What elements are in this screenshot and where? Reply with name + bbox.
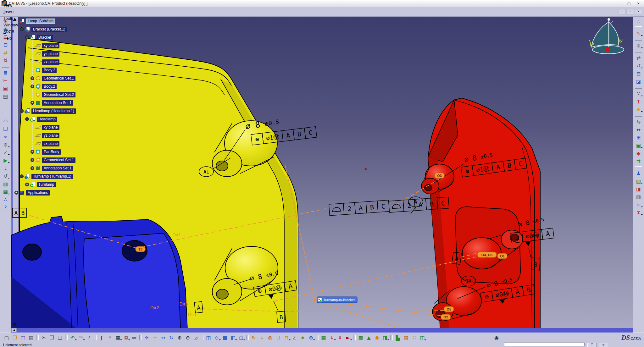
tree-item-zx-plane[interactable]: zx plane [13, 140, 113, 148]
hide-show-icon[interactable]: ◻ [237, 334, 245, 342]
tree-item-turnlamp[interactable]: + Turnlamp [13, 180, 113, 189]
tree-item-label[interactable]: yz plane [42, 133, 59, 138]
tree-item-label[interactable]: Geometrical Set.1 [42, 157, 75, 163]
select-pointer-icon[interactable]: ↖ [635, 30, 643, 37]
dot-matrix-results-icon[interactable]: ∷ [410, 334, 418, 342]
fast-multi-instantiation-icon[interactable]: ▣ [2, 85, 10, 92]
normal-view-icon[interactable]: ⊿ [192, 334, 200, 342]
search-binoculars-icon[interactable]: ∞ [2, 133, 10, 141]
tree-item-label[interactable]: zx plane [42, 141, 59, 146]
coincidence-constraint-icon[interactable]: ◎ [266, 334, 274, 342]
dmu-molecule-icon[interactable]: ∴ [2, 196, 10, 204]
tools-options-icon[interactable]: ⊗ [2, 141, 10, 149]
replace-component-icon[interactable]: ⇄ [2, 49, 10, 57]
tree-expander[interactable]: + [31, 166, 34, 170]
contact-constraint-icon[interactable]: ⊔ [274, 334, 282, 342]
point-cloud-icon[interactable]: ∵ [635, 90, 643, 98]
save-document-icon[interactable]: ◫ [19, 334, 27, 342]
tree-scroll-down-arrow[interactable] [13, 323, 17, 327]
tree-item-label[interactable]: xy plane [42, 125, 59, 130]
tree-item-label[interactable]: Bracket [37, 35, 53, 40]
stack-components-icon[interactable]: ▣ [635, 141, 643, 149]
tree-item-headlamp[interactable]: − Headlamp [13, 115, 113, 123]
sectioning-icon[interactable]: ◨ [381, 334, 389, 342]
tree-item-label[interactable]: Geometrical Set.2 [42, 92, 75, 97]
apply-material-icon[interactable]: ◪ [635, 78, 643, 85]
close-button[interactable]: ✕ [634, 1, 643, 6]
tree-item-annotation-set-1[interactable]: + Annotation Set.1 [13, 164, 113, 172]
menu-view[interactable]: View [1, 2, 21, 8]
webcam-capture-icon[interactable]: ◉ [492, 334, 501, 342]
tree-item-label[interactable]: Headlamp (Headlamp.1) [31, 108, 76, 114]
tree-item-label[interactable]: Geometrical Set.1 [42, 76, 75, 81]
menu-tools[interactable]: Tools [1, 15, 21, 22]
tree-item-bracket-bracket-1[interactable]: − Bracket (Bracket.1) [13, 25, 113, 33]
human-builder-icon[interactable]: ♟ [635, 169, 643, 177]
menu-help[interactable]: Help [1, 35, 21, 41]
tree-item-label[interactable]: Annotation Set.1 [42, 166, 73, 171]
tree-item-label[interactable]: Turnlamp (Turnlamp.1) [31, 174, 73, 179]
design-table-add-icon[interactable]: ▦ [319, 334, 328, 342]
cut-icon[interactable]: ✂ [40, 334, 48, 342]
tree-item-geometrical-set-2[interactable]: Geometrical Set.2 [13, 91, 113, 99]
redo-icon[interactable]: ↷ [77, 334, 85, 342]
component-sets-icon[interactable]: ⊞ [635, 134, 643, 141]
tree-expander[interactable]: + [14, 191, 18, 195]
excel-link-icon[interactable]: ▦ [2, 188, 10, 196]
tree-expander[interactable]: + [31, 158, 34, 162]
open-document-icon[interactable]: ❒ [11, 334, 19, 342]
tree-item-label[interactable]: Headlamp [37, 117, 57, 122]
minimize-button[interactable]: – [615, 1, 624, 6]
constraint-gears-icon[interactable]: ⊛ [307, 334, 315, 342]
tree-expander[interactable]: + [31, 85, 34, 88]
shaded-view-icon[interactable]: ■ [221, 334, 229, 342]
tree-item-lamp-subasm[interactable]: Lamp_SubAsm [13, 17, 113, 25]
update-positions-icon[interactable]: ↺ [635, 62, 643, 70]
tree-item-label[interactable]: Lamp_SubAsm [26, 19, 55, 24]
multi-view-icon[interactable]: ◫ [204, 334, 213, 342]
arrow-annotate-icon[interactable]: ► [344, 334, 352, 342]
status-macro-button[interactable]: ◎ [599, 343, 608, 347]
menu-insert[interactable]: Insert [1, 8, 21, 15]
zoom-out-icon[interactable]: ⊖ [184, 334, 192, 342]
horizontal-scrollbar[interactable]: ◀ [11, 328, 633, 333]
tree-item-label[interactable]: Applications [26, 190, 50, 196]
product-tree-reorder-icon[interactable]: ⇅ [2, 57, 10, 64]
mdi-close-button[interactable]: ✕ [635, 9, 642, 14]
tree-item-xy-plane[interactable]: xy plane [13, 123, 113, 131]
spring-tolerance-icon[interactable]: ≋ [635, 201, 643, 209]
menu-3dcs[interactable]: 3DCS [1, 28, 21, 35]
connection-power-icon[interactable]: ◆ [635, 149, 643, 157]
tree-item-geometrical-set-1[interactable]: + Geometrical Set.1 [13, 156, 113, 164]
iso-view-icon[interactable]: ◇ [213, 334, 221, 342]
zoom-in-icon[interactable]: ⊕ [175, 334, 184, 342]
tree-expander[interactable]: + [31, 101, 34, 105]
help-about-icon[interactable]: ? [2, 204, 10, 212]
tree-item-label[interactable]: Annotation Set.1 [42, 100, 73, 106]
tree-item-label[interactable]: Body.2 [42, 68, 57, 73]
histogram-results-icon[interactable]: ▙ [394, 334, 402, 342]
tree-expander[interactable]: − [20, 109, 24, 113]
tree-item-yz-plane[interactable]: yz plane [13, 50, 113, 58]
clamp-measure-icon[interactable]: ∓ [635, 209, 643, 217]
graph-tree-icon[interactable]: ≣ [2, 69, 10, 77]
tree-item-xy-plane[interactable]: xy plane [13, 41, 113, 50]
tree-item-label[interactable]: Body.2 [42, 84, 57, 89]
swap-components-icon[interactable]: ⇆ [635, 118, 643, 126]
insert-existing-component-icon[interactable]: ⊟ [2, 41, 10, 49]
dmu-structure-icon[interactable]: ∴ [635, 17, 643, 25]
print-document-icon[interactable]: ▤ [27, 334, 35, 342]
undo-with-save-icon[interactable]: ↺ [2, 172, 10, 180]
run-simulation-icon[interactable]: ▶ [2, 157, 10, 164]
copy-icon[interactable]: ❐ [48, 334, 56, 342]
measure-between-icon[interactable]: ↔ [635, 126, 643, 134]
mdi-minimize-button[interactable]: – [618, 9, 626, 14]
update-assembly-icon[interactable]: ↻ [250, 334, 258, 342]
magic-wand-icon[interactable]: ★ [635, 106, 643, 113]
new-document-icon[interactable]: ▢ [3, 334, 11, 342]
tree-expander[interactable]: − [25, 36, 29, 39]
tree-item-label[interactable]: zx plane [42, 59, 59, 65]
tree-item-headlamp-headlamp-1[interactable]: − Headlamp (Headlamp.1) [13, 107, 113, 115]
tree-item-geometrical-set-1[interactable]: + Geometrical Set.1 [13, 74, 113, 82]
design-table-icon[interactable]: ▦ [114, 334, 122, 342]
